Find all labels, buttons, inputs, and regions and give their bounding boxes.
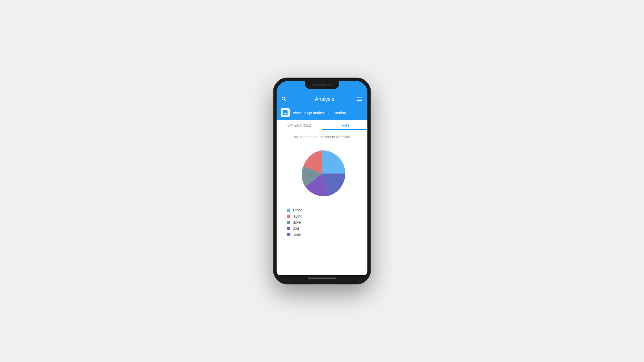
notch	[305, 81, 339, 89]
legend-item-dog: dog	[287, 226, 363, 230]
legend-label-laying: laying	[293, 214, 302, 218]
camera	[329, 84, 331, 86]
legend-label-sitting: sitting	[293, 208, 302, 212]
phone-screen: Analysis View image analysis information…	[277, 81, 367, 281]
legend-color-sitting	[287, 209, 290, 212]
tabs-container: CATEGORIES TAGS	[277, 120, 367, 130]
legend-label-table: table	[293, 220, 301, 224]
chart-legend: sitting laying table dog room	[281, 208, 363, 238]
legend-color-room	[287, 233, 290, 236]
banner: View image analysis information	[277, 105, 367, 120]
tab-categories[interactable]: CATEGORIES	[277, 120, 322, 130]
menu-icon[interactable]	[356, 96, 363, 102]
legend-item-table: table	[287, 220, 363, 224]
content-subtitle: Top tags based on recent analysis.	[293, 135, 351, 139]
legend-item-room: room	[287, 232, 363, 236]
pie-chart	[296, 148, 348, 199]
phone-frame: Analysis View image analysis information…	[273, 78, 371, 284]
home-indicator	[277, 275, 367, 281]
speaker	[313, 84, 327, 86]
legend-label-room: room	[293, 232, 301, 236]
tab-tags[interactable]: TAGS	[322, 120, 367, 130]
legend-color-dog	[287, 227, 290, 230]
home-bar	[308, 278, 336, 279]
legend-item-sitting: sitting	[287, 208, 363, 212]
legend-item-laying: laying	[287, 214, 363, 218]
legend-color-table	[287, 221, 290, 224]
banner-text: View image analysis information	[293, 111, 346, 115]
app-bar: Analysis	[277, 94, 367, 105]
legend-label-dog: dog	[293, 226, 299, 230]
banner-icon	[281, 108, 290, 117]
content-area: Top tags based on recent analysis.	[277, 130, 367, 275]
notch-area	[277, 81, 367, 94]
search-icon[interactable]	[281, 96, 287, 102]
legend-color-laying	[287, 215, 290, 218]
app-title: Analysis	[293, 96, 356, 102]
